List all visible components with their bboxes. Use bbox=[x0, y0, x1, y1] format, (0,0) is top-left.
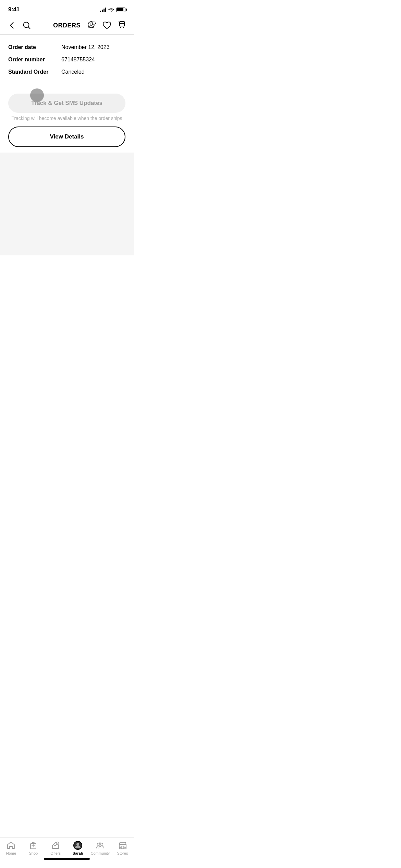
page-title: ORDERS bbox=[53, 22, 81, 29]
order-number-label: Order number bbox=[8, 57, 61, 63]
cart-button[interactable] bbox=[117, 21, 127, 30]
svg-point-2 bbox=[90, 23, 93, 25]
order-type-label: Standard Order bbox=[8, 69, 61, 75]
order-date-row: Order date November 12, 2023 bbox=[8, 44, 125, 50]
view-details-button[interactable]: View Details bbox=[8, 126, 125, 147]
svg-point-6 bbox=[120, 27, 121, 28]
buttons-section: Track & Get SMS Updates Tracking will be… bbox=[0, 89, 134, 153]
signal-icon bbox=[100, 7, 106, 12]
svg-point-7 bbox=[123, 27, 124, 28]
wifi-icon bbox=[108, 8, 114, 12]
tracking-note: Tracking will become available when the … bbox=[8, 116, 125, 121]
track-sms-button[interactable]: Track & Get SMS Updates bbox=[8, 94, 125, 113]
status-icons bbox=[100, 7, 125, 12]
wishlist-button[interactable] bbox=[102, 21, 112, 30]
order-date-label: Order date bbox=[8, 44, 61, 50]
back-button[interactable] bbox=[7, 21, 16, 30]
order-number-row: Order number 67148755324 bbox=[8, 57, 125, 63]
search-button[interactable] bbox=[22, 21, 32, 30]
order-info-section: Order date November 12, 2023 Order numbe… bbox=[0, 35, 134, 89]
chat-icon-button[interactable]: ! bbox=[87, 21, 97, 30]
nav-left bbox=[7, 21, 32, 30]
order-number-value: 67148755324 bbox=[61, 57, 95, 63]
order-status-value: Canceled bbox=[61, 69, 85, 75]
battery-icon bbox=[116, 8, 125, 12]
nav-right: ! bbox=[87, 21, 127, 30]
order-date-value: November 12, 2023 bbox=[61, 44, 110, 50]
status-time: 9:41 bbox=[8, 6, 20, 13]
order-type-row: Standard Order Canceled bbox=[8, 69, 125, 75]
content-area bbox=[0, 153, 134, 255]
svg-rect-5 bbox=[120, 22, 124, 26]
nav-header: ORDERS ! bbox=[0, 17, 134, 35]
status-bar: 9:41 bbox=[0, 0, 134, 17]
